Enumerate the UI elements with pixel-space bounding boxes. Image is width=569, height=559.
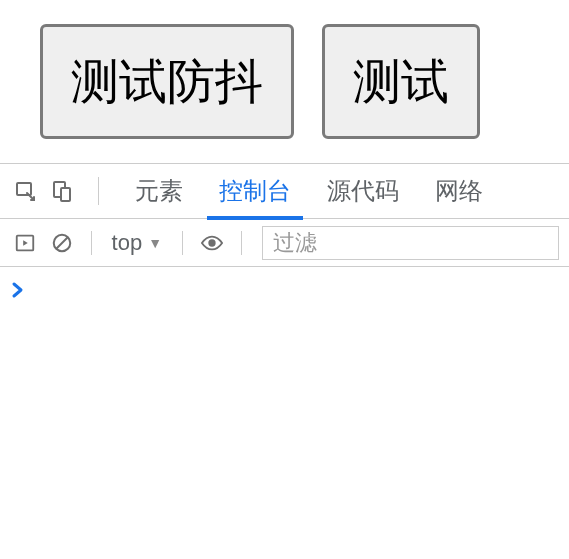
device-toggle-icon[interactable] [44, 164, 80, 219]
svg-line-5 [56, 237, 67, 248]
live-expression-icon[interactable] [197, 219, 227, 267]
svg-rect-2 [61, 188, 70, 201]
chevron-down-icon: ▼ [148, 235, 162, 251]
svg-rect-0 [17, 183, 31, 195]
filter-input[interactable] [262, 226, 559, 260]
divider [98, 177, 99, 205]
divider [182, 231, 183, 255]
svg-point-6 [208, 239, 215, 246]
debounce-test-button[interactable]: 测试防抖 [40, 24, 294, 139]
prompt-chevron-icon [10, 281, 26, 299]
page-content: 测试防抖 测试 [0, 0, 569, 163]
divider [91, 231, 92, 255]
toggle-drawer-icon[interactable] [10, 219, 40, 267]
context-label: top [112, 230, 143, 256]
tab-network[interactable]: 网络 [417, 164, 501, 219]
divider [241, 231, 242, 255]
inspect-element-icon[interactable] [8, 164, 44, 219]
console-prompt[interactable] [10, 281, 559, 299]
console-toolbar: top ▼ [0, 219, 569, 267]
devtools-tab-bar: 元素 控制台 源代码 网络 [0, 164, 569, 219]
tab-sources[interactable]: 源代码 [309, 164, 417, 219]
clear-console-icon[interactable] [46, 219, 76, 267]
test-button-2[interactable]: 测试 [322, 24, 480, 139]
console-body[interactable] [0, 267, 569, 313]
execution-context-selector[interactable]: top ▼ [106, 230, 168, 256]
devtools-panel: 元素 控制台 源代码 网络 top ▼ [0, 163, 569, 313]
tab-elements[interactable]: 元素 [117, 164, 201, 219]
tab-console[interactable]: 控制台 [201, 164, 309, 219]
